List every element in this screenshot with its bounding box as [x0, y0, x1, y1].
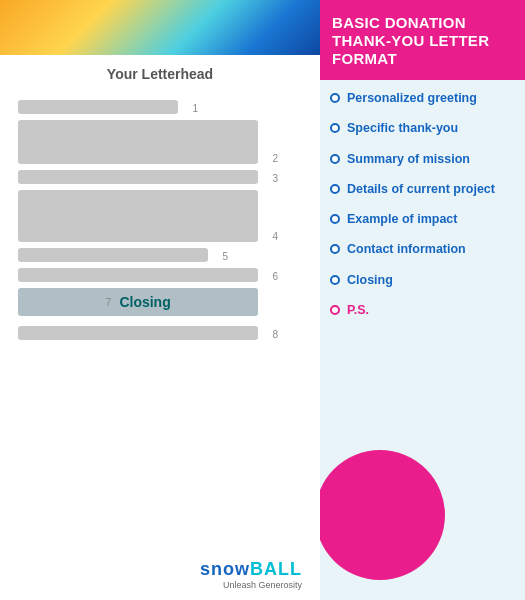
right-panel: BASIC DONATION THANK-YOU LETTER FORMAT P…: [320, 0, 525, 600]
item-text-7: Closing: [347, 272, 393, 288]
bullet-4: [330, 184, 340, 194]
bullet-6: [330, 244, 340, 254]
row2-num: 2: [268, 153, 278, 164]
letterhead-gradient: [0, 0, 320, 55]
letter-body: 1 2 3 4 5: [0, 90, 320, 553]
letter-row-5: 5: [18, 248, 302, 262]
row3-num: 3: [268, 173, 278, 184]
letter-row-2: 2: [18, 120, 302, 164]
letter-row-8: 8: [18, 326, 302, 340]
snowball-tagline: Unleash Generosity: [200, 580, 302, 590]
letterhead-title-text: Your Letterhead: [107, 66, 213, 82]
snowball-name: snowBALL: [200, 559, 302, 580]
letter-row-6: 6: [18, 268, 302, 282]
letterhead-title: Your Letterhead: [0, 66, 320, 82]
item-text-5: Example of impact: [347, 211, 457, 227]
row1-num: 1: [188, 103, 198, 114]
list-item-4: Details of current project: [330, 181, 513, 197]
letter-row-7: 7 Closing: [18, 288, 302, 316]
item-text-1: Personalized greeting: [347, 90, 477, 106]
letter-row-3: 3: [18, 170, 302, 184]
items-list: Personalized greeting Specific thank-you…: [320, 80, 525, 332]
bullet-7: [330, 275, 340, 285]
list-item-1: Personalized greeting: [330, 90, 513, 106]
row7-closing-label: Closing: [119, 294, 170, 310]
header-title: BASIC DONATION THANK-YOU LETTER FORMAT: [332, 14, 489, 67]
letter-area: Your Letterhead 1 2 3 4: [0, 0, 320, 600]
row8-bar: [18, 326, 258, 340]
list-item-3: Summary of mission: [330, 151, 513, 167]
row7-bar: 7 Closing: [18, 288, 258, 316]
item-text-2: Specific thank-you: [347, 120, 458, 136]
row5-bar: [18, 248, 208, 262]
letter-row-4: 4: [18, 190, 302, 242]
page-wrapper: Your Letterhead 1 2 3 4: [0, 0, 525, 600]
list-item-2: Specific thank-you: [330, 120, 513, 136]
list-item-6: Contact information: [330, 241, 513, 257]
row6-bar: [18, 268, 258, 282]
row8-num: 8: [268, 329, 278, 340]
list-item-8: P.S.: [330, 302, 513, 318]
letterhead-image: Your Letterhead: [0, 0, 320, 90]
row7-num-left: 7: [105, 296, 111, 308]
list-item-7: Closing: [330, 272, 513, 288]
item-text-4: Details of current project: [347, 181, 495, 197]
row1-bar: [18, 100, 178, 114]
item-text-6: Contact information: [347, 241, 466, 257]
item-text-8: P.S.: [347, 302, 369, 318]
item-text-3: Summary of mission: [347, 151, 470, 167]
row2-block: [18, 120, 258, 164]
bullet-8: [330, 305, 340, 315]
letter-row-1: 1: [18, 100, 302, 114]
list-item-5: Example of impact: [330, 211, 513, 227]
letter-footer: snowBALL Unleash Generosity: [0, 553, 320, 600]
header-banner: BASIC DONATION THANK-YOU LETTER FORMAT: [320, 0, 525, 80]
row5-num: 5: [218, 251, 228, 262]
snowball-logo: snowBALL Unleash Generosity: [200, 559, 302, 590]
row4-block: [18, 190, 258, 242]
bullet-1: [330, 93, 340, 103]
row3-bar: [18, 170, 258, 184]
row4-num: 4: [268, 231, 278, 242]
bullet-3: [330, 154, 340, 164]
bullet-5: [330, 214, 340, 224]
bullet-2: [330, 123, 340, 133]
row6-num: 6: [268, 271, 278, 282]
